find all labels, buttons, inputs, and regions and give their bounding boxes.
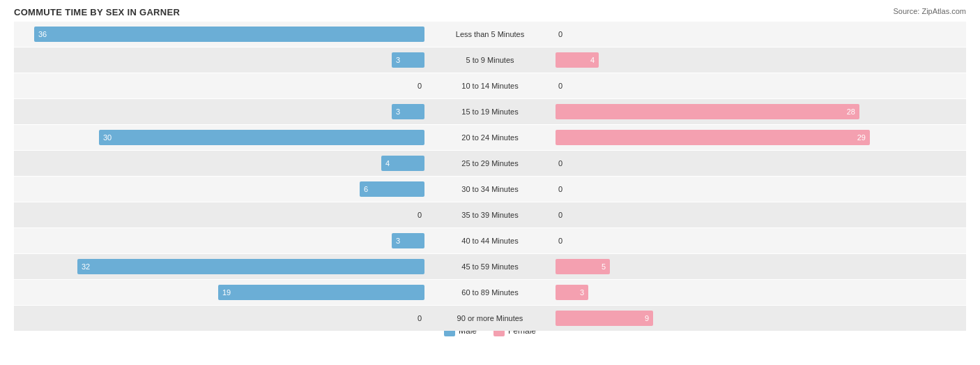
- female-value: 5: [597, 262, 610, 271]
- chart-title: COMMUTE TIME BY SEX IN GARNER: [14, 7, 966, 17]
- male-section: 6: [14, 177, 427, 202]
- row-label: 35 to 39 Minutes: [427, 211, 553, 219]
- chart-container: COMMUTE TIME BY SEX IN GARNER Source: Zi…: [0, 0, 980, 365]
- male-section: 19: [14, 280, 427, 305]
- female-section: 3: [553, 280, 966, 305]
- male-bar: 4: [381, 156, 424, 171]
- chart-row: 630 to 34 Minutes0: [14, 177, 966, 202]
- male-value: 6: [360, 185, 372, 193]
- chart-row: 035 to 39 Minutes0: [14, 202, 966, 228]
- female-value: 0: [558, 211, 562, 219]
- row-label: 30 to 34 Minutes: [427, 185, 553, 193]
- male-value: 0: [418, 82, 422, 90]
- female-bar: 3: [556, 285, 588, 300]
- female-section: 0: [553, 73, 966, 98]
- male-value: 32: [77, 262, 94, 271]
- female-section: 0: [553, 228, 966, 253]
- male-value: 30: [99, 133, 116, 142]
- female-value: 0: [558, 30, 562, 38]
- female-bar: 28: [556, 104, 859, 119]
- chart-row: 36Less than 5 Minutes0: [14, 22, 966, 47]
- male-section: 0: [14, 202, 427, 228]
- source-text: Source: ZipAtlas.com: [893, 7, 966, 15]
- chart-row: 315 to 19 Minutes28: [14, 99, 966, 124]
- male-value: 3: [392, 56, 404, 64]
- female-section: 28: [553, 99, 966, 124]
- chart-area: 36Less than 5 Minutes035 to 9 Minutes401…: [14, 22, 966, 310]
- female-value: 9: [641, 314, 653, 322]
- female-value: 0: [558, 237, 562, 245]
- male-value: 19: [218, 288, 235, 297]
- female-section: 0: [553, 151, 966, 176]
- row-label: 40 to 44 Minutes: [427, 237, 553, 245]
- row-label: 10 to 14 Minutes: [427, 82, 553, 90]
- female-section: 5: [553, 254, 966, 279]
- male-bar: 19: [218, 285, 424, 300]
- male-bar: 3: [392, 104, 424, 119]
- female-bar: 29: [556, 130, 870, 145]
- row-label: Less than 5 Minutes: [427, 30, 553, 38]
- male-section: 3: [14, 228, 427, 253]
- chart-row: 340 to 44 Minutes0: [14, 228, 966, 253]
- chart-row: 425 to 29 Minutes0: [14, 151, 966, 176]
- female-value: 4: [586, 56, 599, 64]
- chart-row: 1960 to 89 Minutes3: [14, 280, 966, 305]
- female-value: 0: [558, 82, 562, 90]
- female-value: 28: [843, 107, 859, 116]
- chart-row: 35 to 9 Minutes4: [14, 47, 966, 73]
- male-section: 3: [14, 47, 427, 73]
- female-value: 0: [558, 159, 562, 167]
- chart-row: 010 to 14 Minutes0: [14, 73, 966, 98]
- row-label: 60 to 89 Minutes: [427, 288, 553, 297]
- female-section: 0: [553, 22, 966, 47]
- female-section: 0: [553, 177, 966, 202]
- male-bar: 36: [34, 27, 424, 42]
- male-section: 3: [14, 99, 427, 124]
- male-section: 32: [14, 254, 427, 279]
- male-value: 0: [418, 314, 422, 322]
- row-label: 45 to 59 Minutes: [427, 262, 553, 271]
- male-section: 0: [14, 73, 427, 98]
- male-value: 4: [381, 159, 394, 167]
- chart-row: 3020 to 24 Minutes29: [14, 125, 966, 150]
- female-bar: 5: [556, 259, 610, 274]
- chart-row: 3245 to 59 Minutes5: [14, 254, 966, 279]
- male-bar: 30: [99, 130, 424, 145]
- male-bar: 3: [392, 233, 424, 248]
- chart-row: 090 or more Minutes9: [14, 306, 966, 331]
- male-section: 30: [14, 125, 427, 150]
- row-label: 5 to 9 Minutes: [427, 56, 553, 64]
- female-section: 0: [553, 202, 966, 228]
- female-section: 9: [553, 306, 966, 331]
- row-label: 15 to 19 Minutes: [427, 107, 553, 116]
- female-value: 0: [558, 185, 562, 193]
- female-section: 4: [553, 47, 966, 73]
- male-value: 3: [392, 237, 404, 245]
- male-value: 3: [392, 107, 404, 116]
- female-value: 29: [853, 133, 870, 142]
- male-section: 0: [14, 306, 427, 331]
- female-section: 29: [553, 125, 966, 150]
- row-label: 90 or more Minutes: [427, 314, 553, 322]
- male-bar: 6: [360, 181, 424, 197]
- male-bar: 32: [77, 259, 424, 274]
- row-label: 20 to 24 Minutes: [427, 133, 553, 142]
- female-value: 3: [576, 288, 588, 297]
- female-bar: 4: [556, 52, 599, 68]
- male-section: 4: [14, 151, 427, 176]
- male-value: 36: [34, 30, 51, 38]
- male-value: 0: [418, 211, 422, 219]
- female-bar: 9: [556, 311, 653, 326]
- row-label: 25 to 29 Minutes: [427, 159, 553, 167]
- male-bar: 3: [392, 52, 424, 68]
- male-section: 36: [14, 22, 427, 47]
